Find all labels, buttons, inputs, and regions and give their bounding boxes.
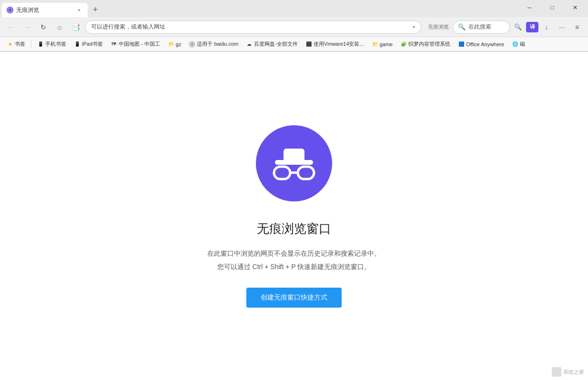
minimize-button[interactable]: ─ (518, 0, 540, 15)
private-mode-badge: 无痕浏览 (425, 20, 452, 34)
desc-line-2: 您可以通过 Ctrl + Shift + P 快速新建无痕浏览窗口。 (207, 260, 381, 273)
bookmark-item-office-anywhere[interactable]: 🟦 Office Anywhere (455, 39, 507, 50)
bookmark-label: 手机书签 (45, 40, 66, 48)
watermark-text: 系统之家 (563, 369, 584, 376)
magnifier-icon: 🔍 (514, 23, 522, 30)
tab-title: 无痕浏览 (16, 6, 72, 14)
create-shortcut-button[interactable]: 创建无痕窗口快捷方式 (246, 288, 342, 308)
bookmark-label: Office Anywhere (466, 41, 504, 47)
nav-right-controls: 无痕浏览 🔍 在此搜索 🔍 译 ↓ ··· ≡ (425, 20, 584, 34)
svg-rect-4 (290, 171, 298, 174)
new-tab-button[interactable]: + (89, 3, 102, 16)
phone-icon: 📱 (37, 41, 44, 48)
forward-button[interactable]: → (20, 20, 34, 34)
bookmark-label: 中国地图 - 中国工 (119, 40, 160, 48)
bookmark-label: 使用Vmware14安装... (314, 40, 364, 48)
bookmark-label: iPad书签 (82, 40, 103, 48)
tab-favicon (7, 7, 13, 13)
svg-rect-3 (298, 167, 314, 179)
watermark: 系统之家 (552, 367, 584, 377)
more-button[interactable]: ··· (555, 20, 569, 34)
navigation-bar: ← → ↻ ⌂ 📑 可以进行搜索，或者输入网址 ▾ 无痕浏览 🔍 在此搜索 🔍 (0, 17, 588, 37)
tab-close-button[interactable]: × (75, 6, 83, 14)
address-text: 可以进行搜索，或者输入网址 (91, 23, 410, 31)
window-controls: ─ □ ✕ (518, 0, 586, 15)
address-dropdown[interactable]: ▾ (413, 24, 415, 30)
dedecms-icon: 🧩 (400, 41, 407, 48)
bookmark-item-ipad[interactable]: 📱 iPad书签 (71, 39, 106, 50)
watermark-icon (552, 367, 561, 377)
folder-icon: 📁 (168, 41, 174, 48)
search-button[interactable]: 🔍 (511, 20, 525, 34)
menu-button[interactable]: ≡ (570, 20, 584, 34)
bookmark-item-map[interactable]: 🗺 中国地图 - 中国工 (108, 39, 163, 50)
bookmark-item-shuzhangjian[interactable]: ★ 书签 (4, 39, 28, 50)
search-icon: 🔍 (458, 23, 466, 30)
ipad-icon: 📱 (74, 41, 81, 48)
incognito-logo (256, 125, 332, 201)
vmware-icon: ⬛ (305, 41, 312, 48)
search-box[interactable]: 🔍 在此搜索 (453, 20, 510, 34)
browser-chrome: 无痕浏览 × + ─ □ ✕ ← → ↻ ⌂ 📑 可以进行搜索，或者输入网址 ▾ (0, 0, 588, 52)
bookmark-item-vmware[interactable]: ⬛ 使用Vmware14安装... (303, 39, 367, 50)
search-placeholder: 在此搜索 (468, 23, 491, 31)
refresh-button[interactable]: ↻ (36, 20, 51, 34)
game-folder-icon: 📁 (372, 41, 378, 48)
bookmark-item-baidupan[interactable]: ☁ 百度网盘-全部文件 (243, 39, 301, 50)
map-icon: 🗺 (111, 41, 117, 48)
bookmark-item-ci[interactable]: 🌐 磁 (509, 39, 528, 50)
address-bar[interactable]: 可以进行搜索，或者输入网址 ▾ (85, 20, 421, 34)
bookmark-item-dedecms[interactable]: 🧩 织梦内容管理系统 (397, 39, 453, 50)
back-button[interactable]: ← (4, 20, 18, 34)
star-icon: ★ (7, 41, 13, 48)
globe-icon: 🌐 (512, 41, 518, 48)
office-anywhere-icon: 🟦 (458, 41, 465, 48)
bookmarks-bar: ★ 书签 📱 手机书签 📱 iPad书签 🗺 中国地图 - 中国工 📁 gz ×… (0, 37, 588, 51)
bookmarks-button[interactable]: 📑 (69, 20, 83, 34)
bookmark-label: game (380, 41, 393, 47)
bookmark-item-game[interactable]: 📁 game (369, 39, 396, 50)
tab-bar: 无痕浏览 × + ─ □ ✕ (0, 0, 588, 17)
main-content: 无痕浏览窗口 在此窗口中浏览的网页不会显示在历史记录和搜索记录中。 您可以通过 … (0, 52, 588, 380)
page-title: 无痕浏览窗口 (257, 220, 331, 237)
close-button[interactable]: ✕ (564, 0, 586, 15)
translate-button[interactable]: 译 (526, 22, 538, 32)
svg-rect-2 (274, 167, 290, 179)
bookmark-divider (31, 40, 31, 49)
home-button[interactable]: ⌂ (52, 20, 67, 34)
bookmark-label: 磁 (520, 40, 525, 48)
cloud-icon: ☁ (246, 41, 253, 48)
svg-rect-1 (284, 149, 304, 162)
main-description: 在此窗口中浏览的网页不会显示在历史记录和搜索记录中。 您可以通过 Ctrl + … (207, 247, 381, 273)
bookmark-label: gz (176, 41, 182, 47)
bookmark-item-gz[interactable]: 📁 gz (165, 39, 184, 50)
bookmark-label: 织梦内容管理系统 (408, 40, 450, 48)
bookmark-label: 书签 (15, 40, 25, 48)
active-tab[interactable]: 无痕浏览 × (2, 3, 88, 17)
desc-line-1: 在此窗口中浏览的网页不会显示在历史记录和搜索记录中。 (207, 247, 381, 260)
bookmark-item-phone[interactable]: 📱 手机书签 (34, 39, 69, 50)
incognito-icon (270, 142, 318, 185)
bookmark-label: 百度网盘-全部文件 (254, 40, 298, 48)
bookmark-item-baidu[interactable]: × 适用于 baidu.com (186, 39, 241, 50)
maximize-button[interactable]: □ (541, 0, 563, 15)
baidu-icon: × (189, 41, 195, 48)
bookmark-label: 适用于 baidu.com (197, 40, 238, 48)
download-button[interactable]: ↓ (539, 20, 554, 34)
